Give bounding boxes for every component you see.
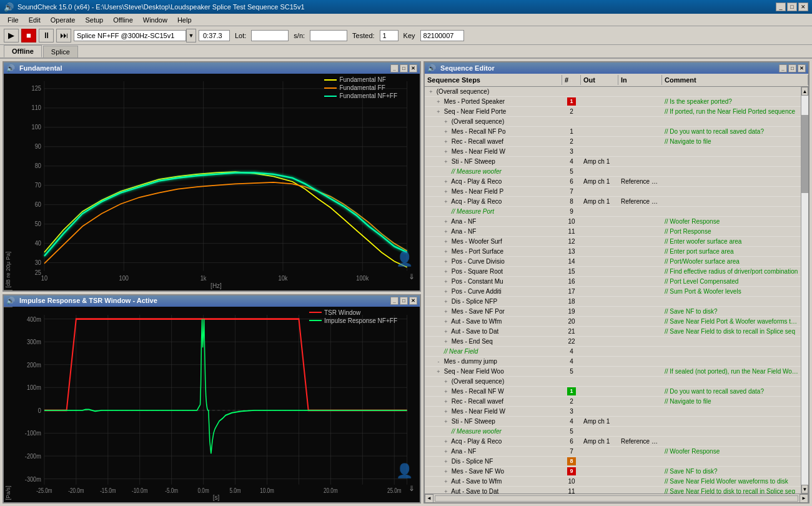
seq-row-32[interactable]: + Mes - Near Field W3 xyxy=(425,407,801,417)
impulse-expand-arrow[interactable]: ⇓ xyxy=(408,484,415,493)
seq-expand-27[interactable]: - xyxy=(435,359,442,365)
seq-expand-18[interactable]: + xyxy=(442,269,450,275)
seq-expand-25[interactable]: + xyxy=(442,339,450,345)
fundamental-expand-arrow[interactable]: ⇓ xyxy=(408,272,415,281)
seq-row-20[interactable]: + Pos - Curve Additi17// Sum Port & Woof… xyxy=(425,287,801,297)
seq-row-11[interactable]: + Acq - Play & Reco8Amp ch 1Reference Mi… xyxy=(425,197,801,207)
seq-row-2[interactable]: + Seq - Near Field Porte2// If ported, r… xyxy=(425,107,801,117)
pause-button[interactable]: ⏸ xyxy=(39,29,54,42)
seq-row-21[interactable]: + Dis - Splice NFP18 xyxy=(425,297,801,307)
fundamental-close[interactable]: ✕ xyxy=(409,64,417,72)
seq-row-13[interactable]: + Ana - NF10// Woofer Response xyxy=(425,217,801,227)
seq-expand-22[interactable]: + xyxy=(442,309,450,315)
seq-row-25[interactable]: + Mes - End Seq22 xyxy=(425,337,801,347)
menu-edit[interactable]: Edit xyxy=(24,15,46,25)
seq-expand-33[interactable]: + xyxy=(442,419,450,425)
seq-minimize[interactable]: _ xyxy=(779,64,787,72)
seq-row-6[interactable]: + Mes - Near Field W3 xyxy=(425,147,801,157)
menu-help[interactable]: Help xyxy=(172,15,197,25)
seq-scroll-track[interactable] xyxy=(801,96,808,485)
seq-row-23[interactable]: + Aut - Save to Wfm20// Save Near Field … xyxy=(425,317,801,327)
fundamental-controls[interactable]: _ □ ✕ xyxy=(390,64,417,72)
seq-expand-7[interactable]: + xyxy=(442,159,450,165)
seq-expand-11[interactable]: + xyxy=(442,199,450,205)
seq-expand-17[interactable]: + xyxy=(442,259,450,265)
seq-row-8[interactable]: // Measure woofer5 xyxy=(425,167,801,177)
impulse-close[interactable]: ✕ xyxy=(409,297,417,305)
seq-row-7[interactable]: + Sti - NF Stweep4Amp ch 1 xyxy=(425,157,801,167)
seq-row-22[interactable]: + Mes - Save NF Por19// Save NF to disk? xyxy=(425,307,801,317)
seq-expand-3[interactable]: + xyxy=(442,119,450,125)
seq-expand-23[interactable]: + xyxy=(442,319,450,325)
seq-row-15[interactable]: + Mes - Woofer Surf12// Enter woofer sur… xyxy=(425,237,801,247)
seq-expand-1[interactable]: + xyxy=(435,99,442,105)
seq-close[interactable]: ✕ xyxy=(798,64,806,72)
seq-row-1[interactable]: + Mes - Ported Speaker1// Is the speaker… xyxy=(425,97,801,107)
menu-operate[interactable]: Operate xyxy=(46,15,81,25)
seq-row-29[interactable]: + (Overall sequence) xyxy=(425,377,801,387)
seq-row-27[interactable]: - Mes - dummy jump4 xyxy=(425,357,801,367)
seq-editor-controls[interactable]: _ □ ✕ xyxy=(779,64,806,72)
seq-expand-40[interactable]: + xyxy=(442,489,450,494)
seq-maximize[interactable]: □ xyxy=(788,64,796,72)
seq-row-34[interactable]: // Measure woofer5 xyxy=(425,427,801,437)
seq-expand-24[interactable]: + xyxy=(442,329,450,335)
impulse-controls[interactable]: _ □ ✕ xyxy=(390,297,417,305)
seq-row-12[interactable]: // Measure Port9 xyxy=(425,207,801,217)
menu-offline[interactable]: Offline xyxy=(108,15,138,25)
seq-row-35[interactable]: + Acq - Play & Reco6Amp ch 1Reference Mi… xyxy=(425,437,801,447)
seq-row-38[interactable]: + Mes - Save NF Wo9// Save NF to disk? xyxy=(425,467,801,477)
seq-expand-30[interactable]: + xyxy=(442,389,450,395)
seq-scroll-thumb[interactable] xyxy=(801,115,808,193)
seq-bottom-scrollbar[interactable]: ◄ ► xyxy=(425,494,808,502)
seq-row-9[interactable]: + Acq - Play & Reco6Amp ch 1Reference Mi… xyxy=(425,177,801,187)
play-button[interactable]: ▶ xyxy=(4,29,19,42)
stop-button[interactable]: ■ xyxy=(21,29,36,42)
seq-row-14[interactable]: + Ana - NF11// Port Response xyxy=(425,227,801,237)
seq-scrollbar[interactable]: ▲ ▼ xyxy=(801,87,808,494)
seq-expand-9[interactable]: + xyxy=(442,179,450,185)
impulse-minimize[interactable]: _ xyxy=(390,297,399,305)
tab-offline[interactable]: Offline xyxy=(4,45,42,57)
seq-row-10[interactable]: + Mes - Near Field P7 xyxy=(425,187,801,197)
seq-h-scroll-track[interactable] xyxy=(435,495,798,502)
title-bar-controls[interactable]: _ □ ✕ xyxy=(776,2,808,11)
forward-button[interactable]: ⏭ xyxy=(56,29,71,42)
close-button[interactable]: ✕ xyxy=(798,2,808,11)
seq-row-3[interactable]: + (Overall sequence) xyxy=(425,117,801,127)
seq-expand-4[interactable]: + xyxy=(442,129,450,135)
seq-row-39[interactable]: + Aut - Save to Wfm10// Save Near Field … xyxy=(425,477,801,487)
seq-row-28[interactable]: + Seq - Near Field Woo5// If sealed (not… xyxy=(425,367,801,377)
menu-setup[interactable]: Setup xyxy=(80,15,108,25)
seq-expand-13[interactable]: + xyxy=(442,219,450,225)
seq-expand-15[interactable]: + xyxy=(442,239,450,245)
lot-input[interactable] xyxy=(251,30,289,41)
seq-expand-35[interactable]: + xyxy=(442,439,450,445)
seq-row-0[interactable]: + (Overall sequence) xyxy=(425,87,801,97)
menu-file[interactable]: File xyxy=(2,15,24,25)
seq-scroll-left[interactable]: ◄ xyxy=(425,494,433,503)
seq-expand-14[interactable]: + xyxy=(442,229,450,235)
seq-expand-16[interactable]: + xyxy=(442,249,450,255)
seq-expand-36[interactable]: + xyxy=(442,449,450,455)
sequence-name-input[interactable] xyxy=(74,30,186,41)
fundamental-maximize[interactable]: □ xyxy=(400,64,408,72)
seq-expand-39[interactable]: + xyxy=(442,479,450,485)
seq-scroll-right[interactable]: ► xyxy=(800,494,808,503)
seq-expand-21[interactable]: + xyxy=(442,299,450,305)
sn-input[interactable] xyxy=(310,30,347,41)
seq-row-36[interactable]: + Ana - NF7// Woofer Response xyxy=(425,447,801,457)
seq-expand-10[interactable]: + xyxy=(442,189,450,195)
seq-expand-0[interactable]: + xyxy=(427,89,435,95)
sequence-dropdown[interactable]: ▼ xyxy=(186,29,196,42)
seq-row-40[interactable]: + Aut - Save to Dat11// Save Near Field … xyxy=(425,487,801,494)
seq-expand-37[interactable]: + xyxy=(442,459,450,465)
seq-row-37[interactable]: + Dis - Splice NF8 xyxy=(425,457,801,467)
seq-expand-19[interactable]: + xyxy=(442,279,450,285)
seq-expand-32[interactable]: + xyxy=(442,409,450,415)
seq-row-19[interactable]: + Pos - Constant Mu16// Port Level Compe… xyxy=(425,277,801,287)
tab-splice[interactable]: Splice xyxy=(43,46,78,57)
seq-row-18[interactable]: + Pos - Square Root15// Find effective r… xyxy=(425,267,801,277)
seq-scroll-down[interactable]: ▼ xyxy=(801,485,808,494)
seq-row-17[interactable]: + Pos - Curve Divisio14// Port/Woofer su… xyxy=(425,257,801,267)
